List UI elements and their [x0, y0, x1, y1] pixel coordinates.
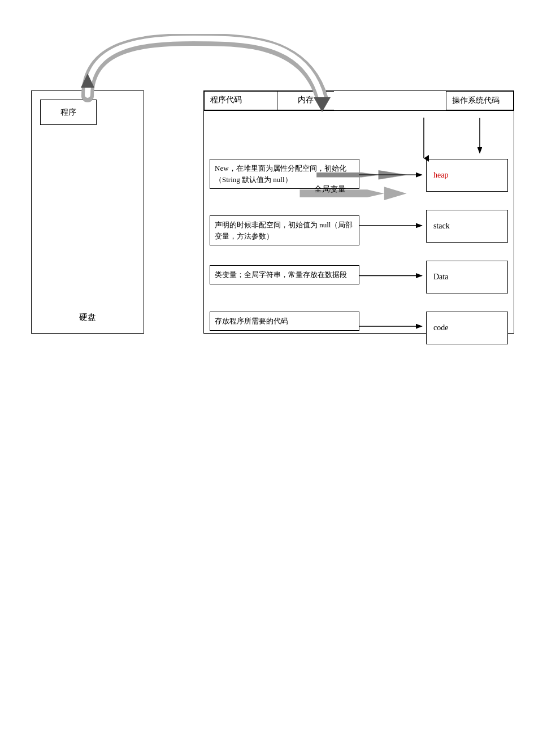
desc-text-2: 声明的时候非配空间，初始值为 null（局部变量，方法参数） — [215, 221, 353, 240]
desc-text-4: 存放程序所需要的代码 — [215, 317, 288, 325]
desc-text-1: New，在堆里面为属性分配空间，初始化（String 默认值为 null） — [215, 164, 346, 184]
desc-box-4: 存放程序所需要的代码 — [210, 312, 359, 331]
memory-header: 程序代码 内存 操作系统代码 — [204, 91, 514, 111]
code-region-box: code — [426, 312, 508, 344]
heap-region-box: heap — [426, 159, 508, 192]
desc-box-2: 声明的时候非配空间，初始值为 null（局部变量，方法参数） — [210, 215, 359, 245]
hdd-box: 程序 硬盘 — [31, 90, 144, 334]
hdd-label: 硬盘 — [79, 312, 96, 323]
program-label-box: 程序 — [40, 100, 97, 125]
program-label: 程序 — [60, 107, 76, 118]
diagram-area: 程序 硬盘 程序代码 内存 操作系统代码 全局变量 New，在堆里面为属性分配空… — [0, 34, 534, 430]
svg-marker-3 — [81, 74, 94, 88]
prog-code-header: 程序代码 — [204, 91, 277, 110]
stack-region-box: stack — [426, 210, 508, 243]
desc-text-3: 类变量；全局字符串，常量存放在数据段 — [215, 270, 347, 279]
desc-box-3: 类变量；全局字符串，常量存放在数据段 — [210, 265, 359, 284]
os-code-header: 操作系统代码 — [446, 91, 514, 110]
memory-label-header: 内存 — [277, 91, 334, 110]
data-region-box: Data — [426, 261, 508, 293]
memory-outer-box: 程序代码 内存 操作系统代码 全局变量 New，在堆里面为属性分配空间，初始化（… — [203, 90, 514, 334]
heap-label: heap — [433, 171, 448, 180]
global-var-label: 全局变量 — [314, 184, 346, 195]
stack-label: stack — [433, 222, 450, 231]
data-label: Data — [433, 273, 448, 282]
spacer — [334, 91, 446, 110]
svg-marker-14 — [384, 187, 407, 200]
code-label: code — [433, 323, 448, 332]
svg-marker-8 — [379, 170, 407, 179]
